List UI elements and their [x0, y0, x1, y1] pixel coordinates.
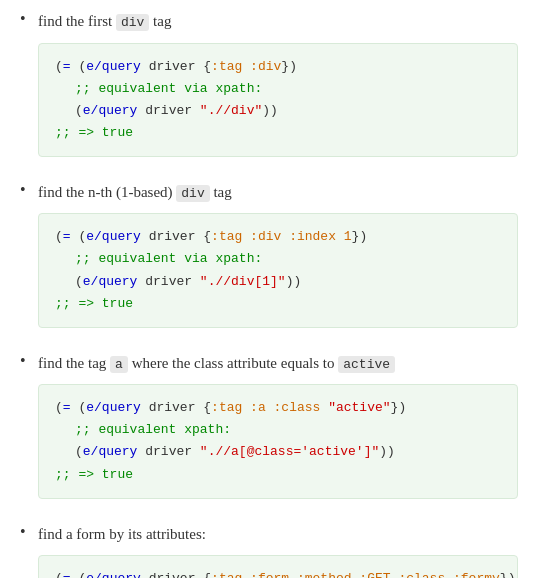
code-line: ;; equivalent via xpath:: [55, 248, 501, 270]
code-line: (= (e/query driver {:tag :div}): [55, 56, 501, 78]
inline-code: div: [176, 185, 209, 202]
text-part: where the class attribute equals to: [128, 355, 338, 371]
code-block: (= (e/query driver {:tag :div});; equiva…: [38, 43, 518, 157]
code-line: (= (e/query driver {:tag :a :class "acti…: [55, 397, 501, 419]
code-line: (= (e/query driver {:tag :form :method :…: [55, 568, 501, 578]
list-item: find the tag a where the class attribute…: [20, 352, 518, 499]
code-line: ;; => true: [55, 464, 501, 486]
code-line: (= (e/query driver {:tag :div :index 1}): [55, 226, 501, 248]
content-list: find the first div tag(= (e/query driver…: [20, 10, 518, 578]
list-item: find the first div tag(= (e/query driver…: [20, 10, 518, 157]
code-line: (e/query driver ".//a[@class='active']")…: [55, 441, 501, 463]
inline-code: active: [338, 356, 395, 373]
code-line: (e/query driver ".//div")): [55, 100, 501, 122]
code-line: ;; equivalent via xpath:: [55, 78, 501, 100]
text-part: tag: [149, 13, 171, 29]
code-line: ;; => true: [55, 293, 501, 315]
inline-code: div: [116, 14, 149, 31]
code-line: ;; => true: [55, 122, 501, 144]
list-item: find the n-th (1-based) div tag(= (e/que…: [20, 181, 518, 328]
code-line: (e/query driver ".//div[1]")): [55, 271, 501, 293]
text-part: find the first: [38, 13, 116, 29]
item-text: find the tag a where the class attribute…: [38, 352, 518, 375]
list-item: find a form by its attributes:(= (e/quer…: [20, 523, 518, 578]
item-text: find a form by its attributes:: [38, 523, 518, 546]
item-text: find the n-th (1-based) div tag: [38, 181, 518, 204]
text-part: tag: [210, 184, 232, 200]
text-part: find a form by its attributes:: [38, 526, 206, 542]
code-block: (= (e/query driver {:tag :a :class "acti…: [38, 384, 518, 498]
item-text: find the first div tag: [38, 10, 518, 33]
code-block: (= (e/query driver {:tag :form :method :…: [38, 555, 518, 578]
code-line: ;; equivalent xpath:: [55, 419, 501, 441]
code-block: (= (e/query driver {:tag :div :index 1})…: [38, 213, 518, 327]
text-part: find the n-th (1-based): [38, 184, 176, 200]
inline-code: a: [110, 356, 128, 373]
text-part: find the tag: [38, 355, 110, 371]
